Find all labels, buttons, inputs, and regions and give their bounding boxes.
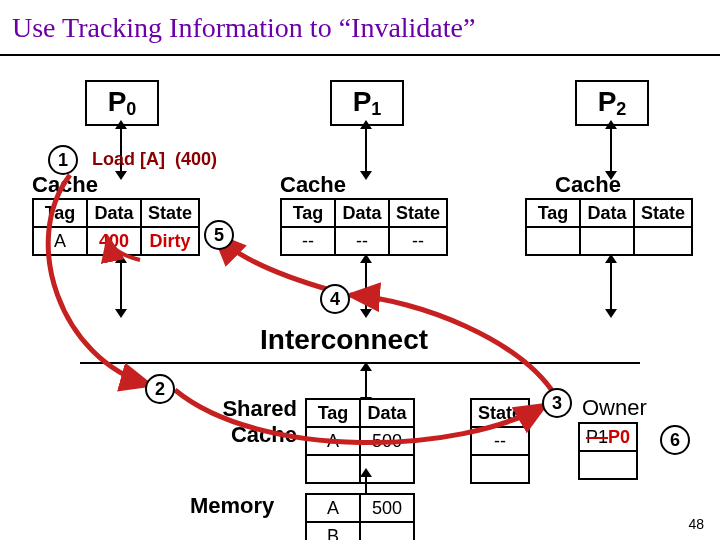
p0-tag: A	[33, 227, 87, 255]
table-row: A 500	[306, 427, 414, 455]
arrow-p2-cache	[610, 128, 612, 172]
arrow-p1-ic	[365, 262, 367, 310]
table-row: --	[471, 427, 529, 455]
cache-table-p0: Tag Data State A 400 Dirty	[32, 198, 200, 256]
mem-a: A	[306, 494, 360, 522]
interconnect-label: Interconnect	[260, 324, 428, 356]
table-row	[471, 455, 529, 483]
mem-bv	[360, 522, 414, 540]
arrow-p0-ic	[120, 262, 122, 310]
hdr-state: State	[471, 399, 529, 427]
hdr-tag: Tag	[306, 399, 360, 427]
step-2-badge: 2	[145, 374, 175, 404]
shared-tag-2	[306, 455, 360, 483]
mem-av: 500	[360, 494, 414, 522]
title-rule	[0, 54, 720, 56]
memory-table: A 500 B	[305, 493, 415, 540]
owner-cell: P1P0	[579, 423, 637, 451]
p1-tag: --	[281, 227, 335, 255]
arrow-p1-cache	[365, 128, 367, 172]
p2-state	[634, 227, 692, 255]
table-row	[526, 227, 692, 255]
hdr-data: Data	[335, 199, 389, 227]
p1-state: --	[389, 227, 447, 255]
p2-data	[580, 227, 634, 255]
p0-state: Dirty	[141, 227, 199, 255]
hdr-data: Data	[360, 399, 414, 427]
cache-table-p2: Tag Data State	[525, 198, 693, 256]
table-row: A 500	[306, 494, 414, 522]
p1-data: --	[335, 227, 389, 255]
hdr-data: Data	[580, 199, 634, 227]
memory-label: Memory	[190, 493, 274, 519]
shared-tag: A	[306, 427, 360, 455]
arrow-ic-shared	[365, 370, 367, 398]
hdr-state: State	[389, 199, 447, 227]
step-5-badge: 5	[204, 220, 234, 250]
mem-b: B	[306, 522, 360, 540]
shared-state-table: State --	[470, 398, 530, 484]
step-1-badge: 1	[48, 145, 78, 175]
cache-label-p1: Cache	[280, 172, 346, 198]
owner-col-label: Owner	[582, 395, 647, 421]
slide-number: 48	[688, 516, 704, 532]
shared-data: 500	[360, 427, 414, 455]
table-row: B	[306, 522, 414, 540]
hdr-tag: Tag	[33, 199, 87, 227]
hdr-state: State	[634, 199, 692, 227]
arrow-shared-mem	[365, 476, 367, 494]
owner-cell-2	[579, 451, 637, 479]
hdr-data: Data	[87, 199, 141, 227]
slide-title: Use Tracking Information to “Invalidate”	[12, 12, 475, 44]
p2-tag	[526, 227, 580, 255]
shared-cache-label: SharedCache	[207, 396, 297, 448]
hdr-tag: Tag	[526, 199, 580, 227]
table-row: A 400 Dirty	[33, 227, 199, 255]
hdr-state: State	[141, 199, 199, 227]
owner-table: P1P0	[578, 422, 638, 480]
table-row	[579, 451, 637, 479]
cache-table-p1: Tag Data State -- -- --	[280, 198, 448, 256]
cache-label-p0: Cache	[32, 172, 98, 198]
arrow-p2-ic	[610, 262, 612, 310]
table-row: -- -- --	[281, 227, 447, 255]
shared-state-2	[471, 455, 529, 483]
step-3-badge: 3	[542, 388, 572, 418]
table-row: P1P0	[579, 423, 637, 451]
step-4-badge: 4	[320, 284, 350, 314]
hdr-tag: Tag	[281, 199, 335, 227]
load-instruction: Load [A] (400)	[92, 149, 217, 170]
p0-data: 400	[87, 227, 141, 255]
shared-state: --	[471, 427, 529, 455]
cache-label-p2: Cache	[555, 172, 621, 198]
step-6-badge: 6	[660, 425, 690, 455]
